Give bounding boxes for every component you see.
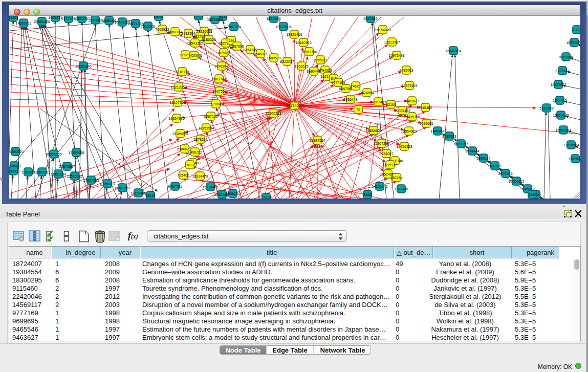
svg-text:15712: 15712 bbox=[185, 163, 195, 167]
svg-text:19654935: 19654935 bbox=[168, 117, 184, 120]
svg-text:1440954: 1440954 bbox=[430, 129, 444, 133]
svg-text:75: 75 bbox=[356, 108, 360, 112]
svg-text:20691406: 20691406 bbox=[34, 20, 50, 24]
svg-text:5878332: 5878332 bbox=[193, 138, 207, 141]
svg-text:2718176: 2718176 bbox=[175, 70, 189, 74]
svg-text:11451194: 11451194 bbox=[51, 172, 66, 176]
svg-text:10025433: 10025433 bbox=[394, 109, 410, 113]
svg-text:17016504: 17016504 bbox=[563, 143, 579, 147]
svg-text:1908234: 1908234 bbox=[226, 192, 239, 195]
svg-text:16154808: 16154808 bbox=[375, 28, 390, 32]
svg-text:3875685: 3875685 bbox=[216, 51, 230, 55]
svg-text:16210643: 16210643 bbox=[553, 114, 569, 117]
svg-text:6794028: 6794028 bbox=[318, 69, 332, 72]
svg-text:6879197: 6879197 bbox=[454, 142, 468, 146]
svg-text:1167534: 1167534 bbox=[569, 157, 580, 161]
svg-text:13325419: 13325419 bbox=[286, 33, 302, 36]
svg-text:8322037: 8322037 bbox=[280, 60, 294, 63]
svg-text:1615132: 1615132 bbox=[383, 163, 397, 167]
svg-text:19218506: 19218506 bbox=[275, 25, 291, 29]
svg-text:98901: 98901 bbox=[180, 53, 190, 57]
svg-text:10654112: 10654112 bbox=[509, 180, 525, 183]
svg-text:17359938: 17359938 bbox=[68, 151, 84, 155]
svg-text:12923448: 12923448 bbox=[130, 191, 146, 195]
svg-text:14136141: 14136141 bbox=[372, 185, 387, 188]
svg-text:19654923: 19654923 bbox=[401, 129, 417, 133]
svg-text:26260520: 26260520 bbox=[9, 150, 24, 154]
svg-text:1905371: 1905371 bbox=[48, 16, 62, 19]
svg-text:95515: 95515 bbox=[145, 194, 156, 198]
svg-text:77113: 77113 bbox=[262, 196, 271, 199]
svg-text:9777169: 9777169 bbox=[331, 81, 345, 84]
svg-text:7957224: 7957224 bbox=[227, 25, 241, 29]
svg-text:19756928: 19756928 bbox=[396, 145, 412, 148]
svg-text:3267130: 3267130 bbox=[204, 115, 217, 118]
svg-text:9699695: 9699695 bbox=[419, 122, 433, 125]
svg-text:16640910: 16640910 bbox=[295, 41, 311, 45]
svg-text:2367608: 2367608 bbox=[230, 45, 244, 48]
svg-text:16933: 16933 bbox=[193, 16, 204, 18]
svg-text:2336448: 2336448 bbox=[343, 98, 357, 101]
svg-text:12505185: 12505185 bbox=[67, 174, 82, 178]
svg-text:8186328: 8186328 bbox=[202, 38, 215, 41]
svg-text:10853257: 10853257 bbox=[74, 17, 90, 20]
svg-text:1588520: 1588520 bbox=[267, 56, 280, 60]
svg-text:8988: 8988 bbox=[363, 193, 372, 196]
svg-text:9084067: 9084067 bbox=[379, 152, 393, 156]
svg-text:21391: 21391 bbox=[9, 16, 18, 19]
svg-text:62160: 62160 bbox=[386, 103, 396, 106]
svg-text:7485063: 7485063 bbox=[399, 69, 413, 72]
svg-text:74620: 74620 bbox=[351, 84, 361, 88]
svg-text:11121: 11121 bbox=[572, 28, 580, 32]
svg-text:2935114: 2935114 bbox=[477, 157, 491, 160]
svg-text:3915411: 3915411 bbox=[9, 169, 20, 173]
svg-text:9115460: 9115460 bbox=[419, 106, 432, 110]
svg-text:1498222: 1498222 bbox=[188, 150, 202, 154]
svg-text:15807249: 15807249 bbox=[373, 142, 389, 145]
svg-text:16914479: 16914479 bbox=[192, 174, 208, 178]
svg-text:8813054: 8813054 bbox=[267, 17, 280, 20]
svg-text:725402: 725402 bbox=[177, 173, 189, 177]
svg-text:1733426: 1733426 bbox=[394, 187, 408, 191]
svg-text:252254: 252254 bbox=[390, 176, 402, 180]
svg-text:8938923: 8938923 bbox=[442, 135, 456, 138]
svg-text:16543362: 16543362 bbox=[187, 41, 203, 45]
svg-text:9227342: 9227342 bbox=[555, 69, 569, 73]
svg-text:8427552: 8427552 bbox=[212, 90, 226, 93]
svg-text:16033809: 16033809 bbox=[207, 18, 223, 21]
svg-text:14055712: 14055712 bbox=[15, 21, 31, 25]
svg-text:5215958: 5215958 bbox=[539, 106, 553, 110]
svg-text:11353594: 11353594 bbox=[199, 126, 214, 130]
svg-text:9474444: 9474444 bbox=[465, 149, 479, 153]
svg-text:15692971: 15692971 bbox=[555, 128, 571, 132]
svg-text:1527602: 1527602 bbox=[88, 18, 102, 22]
svg-text:15716485: 15716485 bbox=[202, 185, 218, 189]
svg-text:7515526: 7515526 bbox=[141, 25, 155, 28]
svg-text:19166825: 19166825 bbox=[172, 132, 188, 136]
svg-text:8454749: 8454749 bbox=[243, 48, 257, 52]
svg-text:19031: 19031 bbox=[154, 16, 164, 18]
svg-text:12213369: 12213369 bbox=[170, 85, 186, 89]
svg-text:10807487: 10807487 bbox=[370, 100, 386, 104]
svg-text:20206555: 20206555 bbox=[46, 152, 61, 156]
svg-text:26053346: 26053346 bbox=[75, 64, 91, 68]
svg-text:2603144: 2603144 bbox=[212, 77, 226, 81]
svg-text:7955822: 7955822 bbox=[313, 58, 327, 62]
svg-text:10958187: 10958187 bbox=[99, 182, 115, 186]
svg-text:9646821: 9646821 bbox=[253, 52, 267, 56]
svg-text:1362635: 1362635 bbox=[294, 64, 308, 68]
svg-text:10688609: 10688609 bbox=[365, 129, 381, 133]
svg-text:16961758: 16961758 bbox=[301, 50, 317, 54]
svg-text:8660124: 8660124 bbox=[168, 30, 182, 34]
svg-text:8471676: 8471676 bbox=[498, 172, 512, 176]
svg-text:2087682: 2087682 bbox=[363, 17, 377, 20]
svg-text:10973493: 10973493 bbox=[388, 54, 404, 57]
svg-text:17004: 17004 bbox=[211, 102, 221, 106]
svg-text:9242848: 9242848 bbox=[214, 64, 228, 68]
svg-text:1156829: 1156829 bbox=[21, 170, 35, 174]
svg-text:9463627: 9463627 bbox=[405, 99, 419, 103]
svg-text:9323966: 9323966 bbox=[559, 55, 573, 59]
svg-text:7632621: 7632621 bbox=[488, 164, 502, 168]
svg-text:25495756: 25495756 bbox=[404, 115, 420, 119]
svg-text:3624554: 3624554 bbox=[360, 91, 374, 95]
